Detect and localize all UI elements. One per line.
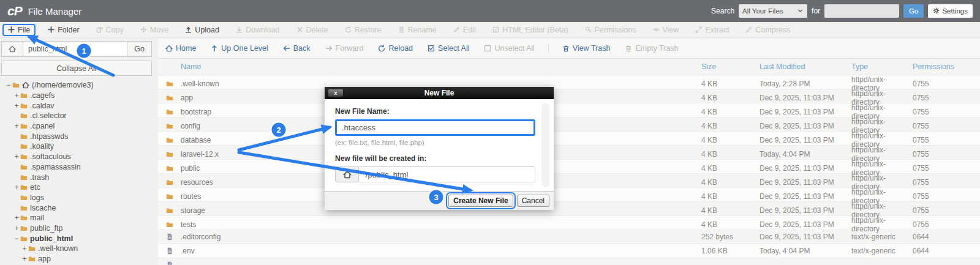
dialog-scrollbar[interactable] bbox=[541, 103, 549, 187]
location-label: New file will be created in: bbox=[335, 154, 535, 163]
collapse-toggle[interactable]: − bbox=[13, 234, 20, 243]
tree-item-koality[interactable]: .koality bbox=[1, 141, 152, 152]
file-table: NameSizeLast ModifiedTypePermissions .we… bbox=[158, 59, 980, 265]
close-icon[interactable]: x bbox=[328, 89, 344, 97]
expand-toggle[interactable]: + bbox=[13, 214, 20, 222]
path-go-button[interactable]: Go bbox=[127, 41, 152, 57]
tree-item-cpanel[interactable]: +.cpanel bbox=[1, 121, 152, 132]
expand-toggle[interactable]: + bbox=[13, 122, 20, 130]
tree-item-etc[interactable]: +etc bbox=[1, 182, 152, 193]
table-row-bootstrap[interactable]: bootstrap4 KBDec 9, 2025, 11:03 PMhttpd/… bbox=[158, 103, 980, 118]
tree-item-cagefs[interactable]: +.cagefs bbox=[1, 91, 152, 101]
location-home-button[interactable] bbox=[336, 167, 359, 182]
expand-toggle[interactable]: + bbox=[13, 91, 20, 100]
toolbar-delete-button: Delete bbox=[296, 26, 328, 34]
search-scope-select[interactable]: All Your Files bbox=[739, 4, 807, 18]
table-row-public[interactable]: public4 KBDec 9, 2025, 11:03 PMhttpd/uni… bbox=[158, 160, 980, 174]
table-row-laravel-12-x[interactable]: laravel-12.x4 KBToday, 4:04 PMhttpd/unix… bbox=[158, 146, 980, 160]
tree-item-cl-selector[interactable]: .cl.selector bbox=[1, 111, 152, 121]
search-go-button[interactable]: Go bbox=[903, 4, 924, 18]
cell-size: 4 KB bbox=[701, 164, 760, 173]
toolbar-upload-button[interactable]: Upload bbox=[185, 26, 219, 34]
table-row-editorconfig[interactable]: .editorconfig252 bytesDec 9, 2025, 11:03… bbox=[158, 230, 980, 244]
cell-perms: 0755 bbox=[913, 108, 980, 116]
collapse-all-button[interactable]: Collapse All bbox=[1, 61, 152, 76]
table-row-app[interactable]: app4 KBDec 9, 2025, 11:03 PMhttpd/unix-d… bbox=[158, 89, 980, 103]
expand-toggle[interactable]: + bbox=[13, 152, 20, 161]
folder-icon bbox=[20, 225, 28, 232]
table-row-well-known[interactable]: .well-known4 KBToday, 2:28 PMhttpd/unix-… bbox=[158, 75, 980, 89]
toolbar-file-button[interactable]: File bbox=[2, 24, 36, 36]
file-name-hint: (ex: file.txt, file.html, file.php) bbox=[335, 139, 535, 146]
expand-toggle[interactable]: + bbox=[13, 183, 20, 192]
search-input[interactable] bbox=[824, 4, 899, 18]
tree-item-public-html[interactable]: −public_html bbox=[1, 233, 152, 244]
tree-item-softaculous[interactable]: +.softaculous bbox=[1, 152, 152, 162]
nav-view-trash-button[interactable]: View Trash bbox=[548, 44, 611, 53]
column-header-name[interactable]: Name bbox=[181, 62, 701, 71]
table-row-resources[interactable]: resources4 KBDec 9, 2025, 11:03 PMhttpd/… bbox=[158, 174, 980, 188]
toolbar-label: HTML Editor (Beta) bbox=[502, 26, 568, 34]
toolbar-edit-button: Edit bbox=[453, 26, 477, 34]
cell-size: 4 KB bbox=[701, 220, 760, 229]
nav-select-all-button[interactable]: Select All bbox=[428, 44, 469, 53]
reload-icon bbox=[378, 45, 385, 52]
table-row-tests[interactable]: tests4 KBDec 9, 2025, 11:03 PMhttpd/unix… bbox=[158, 216, 980, 230]
tree-item-spamassassin[interactable]: .spamassassin bbox=[1, 162, 152, 173]
toolbar-download-button: Download bbox=[236, 26, 280, 34]
tree-item-public-ftp[interactable]: +public_ftp bbox=[1, 223, 152, 234]
tree-item-logs[interactable]: logs bbox=[1, 193, 152, 203]
home-icon bbox=[22, 81, 29, 89]
location-input-group: /public_html bbox=[335, 166, 535, 182]
tree-item-mail[interactable]: +mail bbox=[1, 213, 152, 223]
table-row-storage[interactable]: storage4 KBDec 9, 2025, 11:03 PMhttpd/un… bbox=[158, 202, 980, 216]
column-header-permissions[interactable]: Permissions bbox=[913, 62, 980, 71]
tree-item-lscache[interactable]: lscache bbox=[1, 203, 152, 213]
collapse-toggle[interactable]: − bbox=[5, 81, 12, 89]
column-header-last-modified[interactable]: Last Modified bbox=[760, 62, 851, 71]
create-new-file-button[interactable]: Create New File bbox=[448, 195, 513, 207]
tree-item-home-demovie3[interactable]: −(/home/demovie3) bbox=[1, 80, 152, 91]
nav-up-one-level-button[interactable]: Up One Level bbox=[211, 44, 268, 53]
toolbar-extract-button: Extract bbox=[695, 26, 729, 34]
tree-item-app[interactable]: +app bbox=[1, 254, 152, 264]
tree-item-caldav[interactable]: +.caldav bbox=[1, 100, 152, 111]
nav-reload-button[interactable]: Reload bbox=[378, 44, 413, 53]
toolbar-label: Permissions bbox=[595, 26, 636, 34]
cell-type: text/x-generic bbox=[851, 247, 913, 255]
table-row-routes[interactable]: routes4 KBDec 9, 2025, 11:03 PMhttpd/uni… bbox=[158, 188, 980, 202]
column-header-size[interactable]: Size bbox=[701, 62, 760, 71]
nav-label: Unselect All bbox=[494, 44, 534, 53]
toolbar-folder-button[interactable]: Folder bbox=[48, 26, 79, 34]
table-row-database[interactable]: database4 KBDec 9, 2025, 11:03 PMhttpd/u… bbox=[158, 132, 980, 146]
settings-button[interactable]: Settings bbox=[928, 4, 973, 18]
permissions-icon bbox=[585, 26, 592, 33]
column-header-type[interactable]: Type bbox=[851, 62, 913, 71]
toolbar-html-editor-beta-button: HTML Editor (Beta) bbox=[492, 26, 568, 34]
expand-toggle[interactable]: + bbox=[21, 244, 28, 253]
nav-home-button[interactable]: Home bbox=[165, 44, 196, 53]
path-home-button[interactable] bbox=[1, 41, 23, 57]
tree-item-well-known[interactable]: +.well-known bbox=[1, 244, 152, 254]
table-row-partial[interactable] bbox=[158, 258, 980, 265]
location-path-value[interactable]: /public_html bbox=[359, 167, 535, 182]
folder-icon bbox=[166, 94, 173, 102]
cell-perms: 0755 bbox=[913, 150, 980, 159]
cancel-button[interactable]: Cancel bbox=[517, 195, 549, 207]
tree-item-trash[interactable]: .trash bbox=[1, 172, 152, 182]
table-row-config[interactable]: config4 KBDec 9, 2025, 11:03 PMhttpd/uni… bbox=[158, 118, 980, 132]
folder-icon bbox=[20, 133, 28, 140]
tree-item-label: (/home/demovie3) bbox=[32, 81, 94, 89]
cell-name: .env bbox=[181, 247, 701, 255]
path-input[interactable] bbox=[23, 41, 127, 57]
nav-back-button[interactable]: Back bbox=[283, 44, 311, 53]
toolbar-move-button: Move bbox=[140, 26, 169, 34]
expand-toggle[interactable]: + bbox=[13, 224, 20, 233]
tree-item-label: .softaculous bbox=[30, 152, 71, 161]
tree-item-htpasswds[interactable]: .htpasswds bbox=[1, 131, 152, 141]
home-icon bbox=[343, 170, 352, 179]
new-file-name-input[interactable] bbox=[335, 119, 535, 136]
expand-toggle[interactable]: + bbox=[13, 102, 20, 110]
table-row-env[interactable]: .env1.06 KBToday, 4:04 PMtext/x-generic0… bbox=[158, 244, 980, 258]
expand-toggle[interactable]: + bbox=[21, 255, 28, 263]
